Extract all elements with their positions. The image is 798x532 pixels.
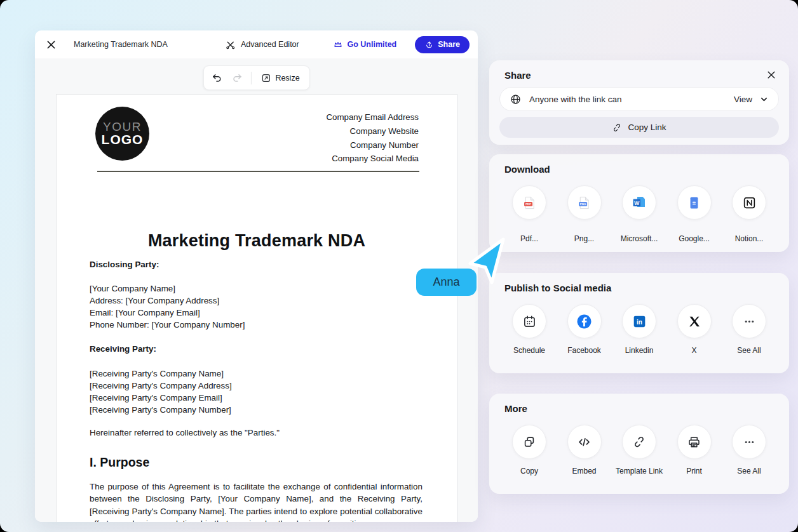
collaborator-name-badge: Anna	[416, 269, 477, 296]
svg-text:PNG: PNG	[580, 203, 586, 206]
link-icon	[612, 123, 622, 133]
app-screen: Marketing Trademark NDA Advanced Editor …	[0, 0, 798, 532]
company-line: Company Website	[326, 124, 419, 138]
more-panel: More Copy Embed	[489, 394, 789, 494]
download-notion[interactable]: Notion...	[723, 185, 775, 243]
document-title: Marketing Trademark NDA	[74, 40, 168, 49]
download-title: Download	[489, 154, 789, 175]
close-icon	[766, 70, 776, 80]
download-pdf[interactable]: PDF Pdf...	[503, 185, 555, 243]
upload-icon	[424, 40, 434, 50]
facebook-icon	[576, 314, 592, 329]
permission-value: View	[734, 95, 752, 104]
linkedin-icon: in	[632, 314, 647, 329]
receiving-party-heading[interactable]: Receiving Party:	[90, 344, 156, 354]
parties-note[interactable]: Hereinafter referred to collectively as …	[90, 428, 280, 437]
download-png[interactable]: PNG Png...	[558, 185, 611, 243]
notion-icon	[742, 196, 757, 210]
advanced-editor-label: Advanced Editor	[241, 40, 299, 49]
undo-button[interactable]	[206, 69, 227, 88]
embed-icon	[577, 435, 592, 449]
advanced-editor-toggle[interactable]: Advanced Editor	[225, 39, 299, 50]
purpose-heading[interactable]: I. Purpose	[90, 455, 149, 470]
logo-text-top: YOUR	[103, 121, 142, 133]
png-file-icon: PNG	[577, 196, 592, 210]
permission-dropdown[interactable]: View	[734, 95, 769, 104]
globe-icon	[510, 93, 522, 105]
horizontal-divider	[97, 171, 419, 172]
more-embed[interactable]: Embed	[558, 425, 611, 475]
company-line: Company Number	[326, 138, 419, 152]
editor-canvas: Resize YOUR LOGO Company Email Address C…	[35, 58, 478, 522]
redo-icon	[231, 72, 243, 84]
link-permission-row[interactable]: Anyone with the link can View	[499, 87, 779, 111]
permission-label: Anyone with the link can	[529, 95, 622, 104]
document-heading[interactable]: Marketing Trademark NDA	[57, 231, 457, 251]
more-title: More	[489, 394, 789, 414]
more-print[interactable]: Print	[668, 425, 720, 475]
floating-toolbar: Resize	[203, 65, 309, 90]
document-page[interactable]: YOUR LOGO Company Email Address Company …	[56, 94, 457, 522]
publish-see-all[interactable]: See All	[723, 304, 775, 355]
close-icon	[46, 39, 57, 50]
redo-button[interactable]	[227, 69, 247, 88]
calendar-icon	[522, 314, 537, 329]
go-unlimited-button[interactable]: Go Unlimited	[329, 39, 400, 50]
editor-window: Marketing Trademark NDA Advanced Editor …	[35, 30, 478, 522]
undo-icon	[211, 72, 223, 84]
company-line: Company Social Media	[326, 152, 419, 166]
company-line: Company Email Address	[326, 110, 419, 124]
download-microsoft-word[interactable]: W Microsoft...	[613, 185, 665, 243]
resize-button[interactable]: Resize	[254, 69, 306, 88]
company-logo[interactable]: YOUR LOGO	[95, 107, 149, 161]
company-contact-block[interactable]: Company Email Address Company Website Co…	[326, 110, 419, 166]
receiving-party-block[interactable]: [Receiving Party's Company Name] [Receiv…	[90, 368, 232, 416]
ellipsis-icon	[742, 435, 757, 449]
disclosing-party-heading[interactable]: Disclosing Party:	[90, 260, 159, 269]
share-panel: Share Anyone with the link can View Copy…	[489, 60, 789, 145]
close-editor-button[interactable]	[43, 37, 59, 53]
download-panel: Download PDF Pdf...	[489, 154, 789, 252]
publish-x[interactable]: X	[668, 304, 720, 355]
download-google-docs[interactable]: Google...	[668, 185, 720, 243]
publish-linkedin[interactable]: in Linkedin	[613, 304, 665, 355]
publish-schedule[interactable]: Schedule	[503, 304, 555, 355]
pdf-file-icon: PDF	[522, 196, 537, 210]
purpose-paragraph[interactable]: The purpose of this Agreement is to faci…	[90, 481, 423, 522]
publish-facebook[interactable]: Facebook	[558, 304, 611, 355]
microsoft-word-icon: W	[632, 195, 647, 210]
svg-text:PDF: PDF	[525, 203, 531, 206]
close-share-panel-button[interactable]	[764, 67, 779, 83]
copy-link-button[interactable]: Copy Link	[499, 117, 779, 138]
more-template-link[interactable]: Template Link	[613, 425, 665, 475]
crown-icon	[333, 39, 343, 50]
crossed-pens-icon	[225, 39, 236, 50]
copy-icon	[522, 435, 536, 449]
svg-text:in: in	[637, 318, 642, 325]
more-copy[interactable]: Copy	[503, 425, 555, 475]
svg-text:W: W	[634, 200, 640, 206]
editor-topbar: Marketing Trademark NDA Advanced Editor …	[35, 30, 478, 59]
logo-text-bottom: LOGO	[102, 133, 144, 146]
more-see-all[interactable]: See All	[723, 425, 775, 475]
share-panel-title: Share	[489, 60, 789, 81]
share-button[interactable]: Share	[415, 36, 470, 53]
chevron-down-icon	[759, 95, 769, 104]
x-icon	[687, 314, 701, 329]
publish-panel: Publish to Social media Schedule	[489, 273, 789, 373]
link-icon	[632, 435, 646, 449]
google-docs-icon	[687, 196, 701, 210]
disclosing-party-block[interactable]: [Your Company Name] Address: [Your Compa…	[90, 283, 245, 331]
resize-icon	[260, 73, 271, 83]
publish-title: Publish to Social media	[489, 273, 789, 293]
print-icon	[687, 435, 701, 449]
toolbar-divider	[250, 72, 251, 84]
ellipsis-icon	[742, 314, 757, 329]
